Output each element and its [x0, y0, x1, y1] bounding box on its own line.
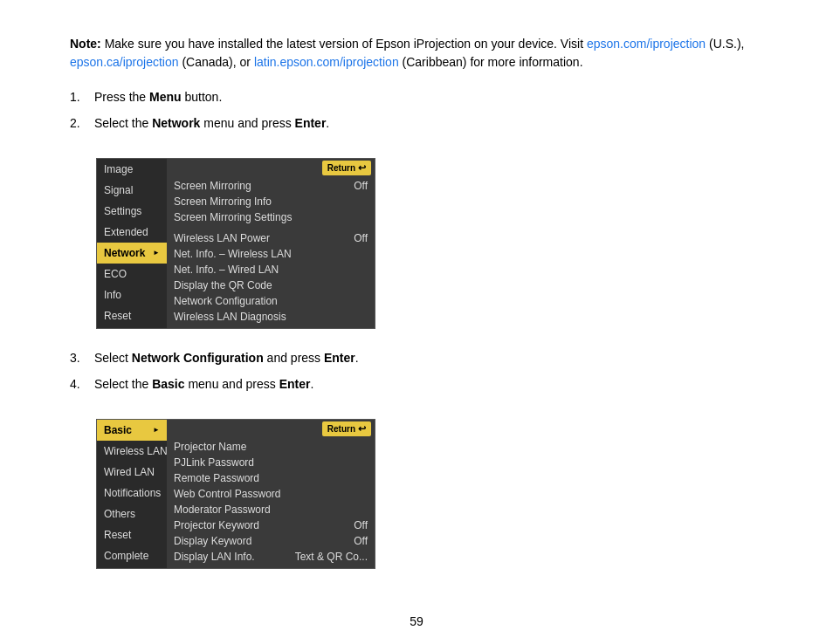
menu1-right-screen-mirroring-settings: Screen Mirroring Settings: [167, 209, 375, 225]
label: Screen Mirroring Info: [174, 195, 272, 208]
step-2: 2. Select the Network menu and press Ent…: [70, 113, 763, 133]
note-link1-suffix: (U.S.),: [706, 37, 744, 51]
menu1-right-net-info-wired: Net. Info. – Wired LAN: [167, 262, 375, 277]
label: Wireless LAN Diagnosis: [174, 311, 286, 323]
link1[interactable]: epson.com/iprojection: [587, 37, 706, 51]
menu2-right-pjlink-password: PJLink Password: [167, 455, 375, 470]
menu1-right-net-info-wireless: Net. Info. – Wireless LAN: [167, 246, 375, 262]
menu2-right: Return Projector Name PJLink Password Re…: [167, 420, 375, 568]
value: Off: [354, 535, 368, 547]
step-1-text: Press the Menu button.: [94, 87, 222, 106]
value: Off: [354, 519, 368, 531]
label: Net. Info. – Wireless LAN: [174, 248, 292, 260]
menu2-container: Basic Wireless LAN Wired LAN Notificatio…: [96, 419, 375, 569]
steps-3-4-section: 3. Select Network Configuration and pres…: [70, 348, 763, 394]
menu2-right-remote-password: Remote Password: [167, 470, 375, 486]
label: Display LAN Info.: [174, 551, 255, 563]
menu1-item-network: Network: [97, 243, 167, 264]
label: Moderator Password: [174, 504, 271, 516]
menu2-right-projector-name: Projector Name: [167, 439, 375, 455]
label: Display Keyword: [174, 535, 251, 547]
menu1-right-display-qr: Display the QR Code: [167, 277, 375, 293]
menu2-item-others: Others: [97, 504, 167, 524]
menu1-item-info: Info: [97, 284, 167, 305]
menu2-item-complete: Complete: [97, 545, 167, 566]
menu1-item-image: Image: [97, 159, 167, 180]
note-link3-suffix: (Caribbean) for more information.: [399, 55, 583, 69]
menu2-item-wireless-lan: Wireless LAN: [97, 441, 167, 462]
step-2-num: 2.: [70, 113, 87, 133]
label: Remote Password: [174, 472, 259, 484]
menu2-item-reset: Reset: [97, 524, 167, 545]
label: Net. Info. – Wired LAN: [174, 264, 279, 276]
label: Screen Mirroring: [174, 180, 251, 192]
label: Wireless LAN Power: [174, 232, 270, 244]
menu1-left: Image Signal Settings Extended Network E…: [97, 159, 167, 328]
step-1: 1. Press the Menu button.: [70, 87, 763, 106]
menu1-screenshot: Image Signal Settings Extended Network E…: [96, 158, 375, 329]
step-4: 4. Select the Basic menu and press Enter…: [70, 374, 763, 394]
menu2-return-btn[interactable]: Return: [322, 421, 371, 436]
menu2-right-projector-keyword: Projector Keyword Off: [167, 517, 375, 533]
label: Screen Mirroring Settings: [174, 211, 292, 223]
note-section: Note: Make sure you have installed the l…: [70, 35, 763, 72]
menu1-return-btn[interactable]: Return: [322, 161, 371, 175]
label: Web Control Password: [174, 488, 281, 500]
link3[interactable]: latin.epson.com/iprojection: [254, 55, 399, 69]
value: Off: [354, 232, 368, 244]
menu1-item-settings: Settings: [97, 201, 167, 222]
link2[interactable]: epson.ca/iprojection: [70, 55, 179, 69]
step-2-text: Select the Network menu and press Enter.: [94, 113, 329, 133]
value: Text & QR Co...: [295, 551, 368, 563]
label: Projector Keyword: [174, 519, 259, 531]
menu2-right-display-keyword: Display Keyword Off: [167, 533, 375, 549]
step-1-num: 1.: [70, 87, 87, 106]
steps-section: 1. Press the Menu button. 2. Select the …: [70, 87, 763, 134]
step-4-text: Select the Basic menu and press Enter.: [94, 374, 313, 394]
menu1-right: Return Screen Mirroring Off Screen Mirro…: [167, 159, 375, 328]
menu1-right-screen-mirroring: Screen Mirroring Off: [167, 178, 375, 194]
step-3-text: Select Network Configuration and press E…: [94, 348, 359, 367]
menu1-right-wireless-lan-power: Wireless LAN Power Off: [167, 230, 375, 246]
menu1-container: Image Signal Settings Extended Network E…: [96, 158, 375, 329]
value: Off: [354, 180, 368, 192]
menu1-item-reset: Reset: [97, 305, 167, 326]
label: Network Configuration: [174, 295, 278, 307]
step-4-num: 4.: [70, 374, 87, 394]
label: Projector Name: [174, 441, 246, 453]
menu2-right-web-control-password: Web Control Password: [167, 486, 375, 502]
label: PJLink Password: [174, 456, 254, 469]
step-3: 3. Select Network Configuration and pres…: [70, 348, 763, 367]
step-3-num: 3.: [70, 348, 87, 367]
menu2-right-display-lan-info: Display LAN Info. Text & QR Co...: [167, 549, 375, 565]
menu2-right-moderator-password: Moderator Password: [167, 502, 375, 517]
menu2-item-basic: Basic: [97, 420, 167, 441]
menu2-item-notifications: Notifications: [97, 483, 167, 504]
menu1-right-network-config: Network Configuration: [167, 293, 375, 309]
menu1-item-signal: Signal: [97, 180, 167, 201]
menu2-screenshot: Basic Wireless LAN Wired LAN Notificatio…: [96, 419, 375, 569]
menu1-right-screen-mirroring-info: Screen Mirroring Info: [167, 194, 375, 209]
note-text: Make sure you have installed the latest …: [101, 37, 587, 51]
menu2-item-wired-lan: Wired LAN: [97, 462, 167, 483]
menu1-item-eco: ECO: [97, 264, 167, 284]
menu2-left: Basic Wireless LAN Wired LAN Notificatio…: [97, 420, 167, 568]
menu1-item-extended: Extended: [97, 222, 167, 243]
page-number: 59: [70, 614, 763, 628]
menu1-right-wireless-diagnosis: Wireless LAN Diagnosis: [167, 309, 375, 325]
label: Display the QR Code: [174, 279, 272, 291]
note-bold: Note:: [70, 37, 101, 51]
note-link2-suffix: (Canada), or: [179, 55, 254, 69]
